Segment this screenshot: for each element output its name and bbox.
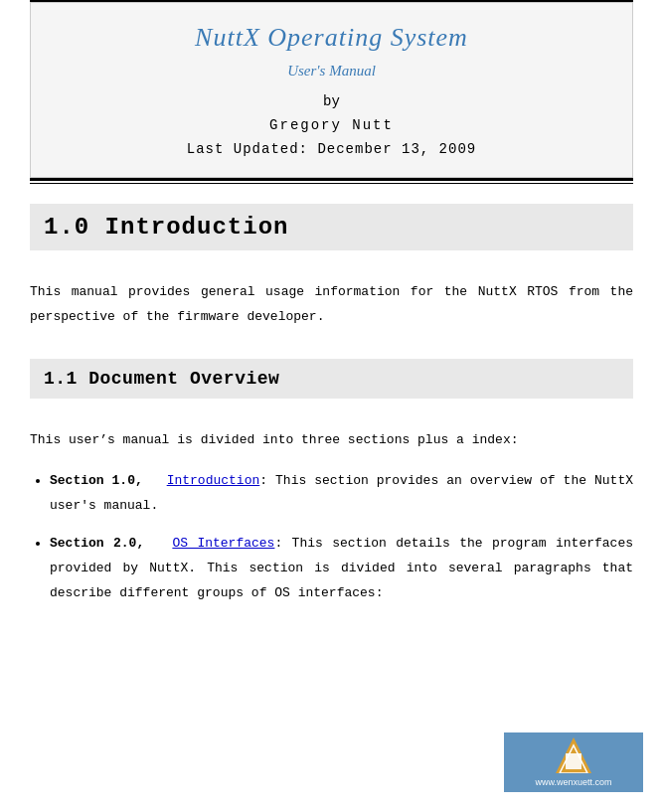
spacer [0, 345, 663, 359]
section-11-intro: This user’s manual is divided into three… [30, 428, 633, 453]
section-1-heading-block: 1.0 Introduction [30, 204, 633, 250]
document-subtitle: User's Manual [61, 63, 602, 80]
by-label: by [61, 93, 602, 109]
list-item: Section 2.0, OS Interfaces: This section… [50, 532, 633, 605]
document-title: NuttX Operating System [61, 23, 602, 53]
spacer [0, 184, 663, 204]
section-11-list: Section 1.0, Introduction: This section … [50, 469, 633, 605]
author-name: Gregory Nutt [61, 117, 602, 133]
spacer [0, 399, 663, 412]
watermark-site-text: www.wenxuett.com [535, 777, 611, 787]
section-11-heading-block: 1.1 Document Overview [30, 359, 633, 399]
section-1-intro: This manual provides general usage infor… [30, 280, 633, 329]
list-item: Section 1.0, Introduction: This section … [50, 469, 633, 518]
os-interfaces-link[interactable]: OS Interfaces [172, 536, 274, 551]
list-item-1-label: Section 1.0, [50, 473, 167, 488]
watermark-icon [556, 737, 591, 773]
spacer [0, 250, 663, 264]
section-11-title: 1.1 Document Overview [44, 369, 619, 389]
watermark: www.wenxuett.com [504, 732, 643, 792]
list-item-2-label: Section 2.0, [50, 536, 172, 551]
page-wrapper: NuttX Operating System User's Manual by … [0, 0, 663, 606]
watermark-inner: www.wenxuett.com [535, 737, 611, 787]
introduction-link[interactable]: Introduction [167, 473, 260, 488]
section-1-title: 1.0 Introduction [44, 214, 619, 241]
last-updated: Last Updated: December 13, 2009 [61, 141, 602, 157]
title-block: NuttX Operating System User's Manual by … [30, 2, 633, 178]
rule-thick [30, 178, 633, 181]
